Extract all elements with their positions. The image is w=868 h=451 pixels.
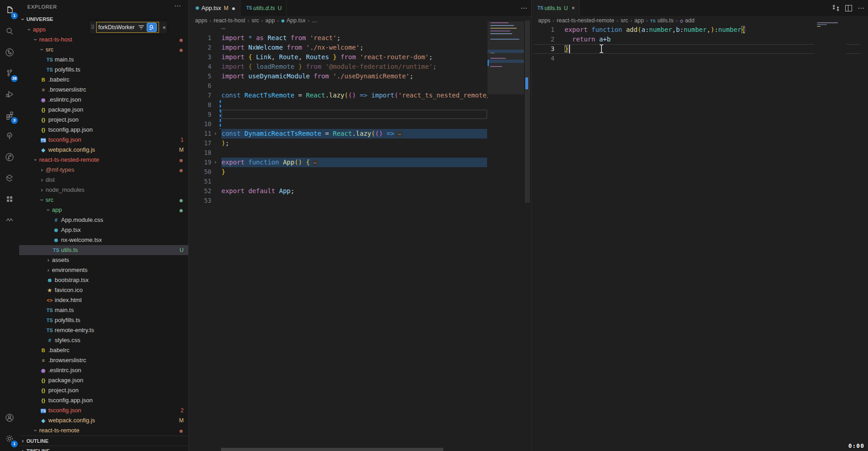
tree-item-react-ts-nested-remote[interactable]: ›react-ts-nested-remote	[19, 155, 188, 165]
tree-item-tsconfig-json[interactable]: TStsconfig.json2	[19, 405, 188, 415]
tree-item-tsconfig-app-json[interactable]: {}tsconfig.app.json	[19, 395, 188, 405]
minimap-right[interactable]	[814, 16, 846, 451]
chevron-right-icon[interactable]: ›	[45, 265, 52, 275]
code-line-10[interactable]: 10	[189, 119, 531, 129]
tree-item-main-ts[interactable]: TSmain.ts	[19, 305, 188, 315]
git-graph-icon[interactable]	[0, 42, 19, 63]
tree-item-utils-ts[interactable]: TSutils.tsU	[19, 245, 188, 255]
vertical-scrollbar-left[interactable]	[524, 16, 531, 451]
tree-item-package-json[interactable]: {}package.json	[19, 375, 188, 385]
tree-item-webpack-config-js[interactable]: ◈webpack.config.jsM	[19, 415, 188, 425]
tree-item--babelrc[interactable]: B.babelrc	[19, 75, 188, 85]
tree-filter-input[interactable]: forkDtsWorker	[96, 22, 159, 33]
code-line-6[interactable]: 6	[189, 81, 531, 91]
code-line-9[interactable]: 9	[189, 110, 531, 119]
code-line-2[interactable]: 2import NxWelcome from './nx-welcome';	[189, 43, 531, 52]
source-control-icon[interactable]: 38	[0, 63, 19, 84]
code-line-7[interactable]: 7const ReactTsRemote = React.lazy(() => …	[189, 91, 531, 100]
run-debug-icon[interactable]	[0, 84, 19, 105]
tree-item-app-tsx[interactable]: ⊛App.tsx	[19, 225, 188, 235]
tree-item-react-ts-host[interactable]: ›react-ts-host	[19, 35, 188, 45]
fold-chevron-icon[interactable]: ›	[214, 129, 217, 138]
search-icon[interactable]	[0, 21, 19, 42]
code-line-4[interactable]: 4import { loadRemote } from '@module-fed…	[189, 62, 531, 72]
tree-item--browserslistrc[interactable]: ≡.browserslistrc	[19, 355, 188, 365]
chevron-down-icon[interactable]: ›	[37, 196, 47, 204]
tree-item-tsconfig-app-json[interactable]: {}tsconfig.app.json	[19, 125, 188, 135]
tree-item-react-ts-remote[interactable]: ›react-ts-remote	[19, 425, 188, 436]
close-tab-icon[interactable]: ×	[572, 5, 575, 11]
code-line-52[interactable]: 52export default App;	[189, 186, 531, 196]
more-actions-icon[interactable]: ⋯	[520, 4, 527, 12]
minimap-left[interactable]	[488, 16, 524, 448]
code-line-3[interactable]: 3import { Link, Route, Routes } from 're…	[189, 52, 531, 62]
chevron-right-icon[interactable]: ›	[38, 165, 46, 175]
sidebar-more-actions[interactable]: ⋯	[174, 2, 181, 10]
code-line-18[interactable]: 18	[189, 148, 531, 158]
fold-chevron-icon[interactable]: ›	[214, 158, 217, 167]
chevron-down-icon[interactable]: ›	[37, 46, 47, 53]
vertical-scrollbar-right[interactable]	[861, 16, 868, 451]
tree-item-polyfills-ts[interactable]: TSpolyfills.ts	[19, 315, 188, 325]
code-line-19[interactable]: 19›export function App() {⋯	[189, 158, 531, 167]
horizontal-scrollbar-left[interactable]	[221, 448, 443, 451]
code-line-11[interactable]: 11›const DynamicReactTsRemote = React.la…	[189, 129, 531, 138]
tree-item-project-json[interactable]: {}project.json	[19, 115, 188, 125]
code-line-51[interactable]: 51	[189, 177, 531, 186]
tree-item--eslintrc-json[interactable]: ◉.eslintrc.json	[19, 365, 188, 375]
tree-item-dist[interactable]: ›dist	[19, 175, 188, 185]
tree-item--babelrc[interactable]: B.babelrc	[19, 345, 188, 355]
chevron-down-icon[interactable]: ›	[24, 26, 34, 33]
tree-item--eslintrc-json[interactable]: ◉.eslintrc.json	[19, 95, 188, 105]
editor-tab-utils-ts[interactable]: TSutils.tsU×	[532, 0, 580, 16]
timeline-section-header[interactable]: › TIMELINE	[19, 446, 188, 451]
chevron-right-icon[interactable]: ›	[38, 185, 46, 195]
more-actions-icon[interactable]: ⋯	[858, 4, 864, 12]
tree-item-app-module-css[interactable]: #App.module.css	[19, 215, 188, 225]
unsaved-dot-icon[interactable]: ●	[231, 6, 235, 10]
tree-item-polyfills-ts[interactable]: TSpolyfills.ts	[19, 65, 188, 75]
close-icon[interactable]: ×	[162, 24, 166, 31]
extension-logo-icon[interactable]	[0, 168, 19, 189]
fuzzy-search-toggle[interactable]	[147, 23, 157, 32]
tree-item-favicon-ico[interactable]: ★favicon.ico	[19, 285, 188, 295]
squiggle-icon[interactable]	[0, 210, 19, 231]
tree-item-package-json[interactable]: {}package.json	[19, 105, 188, 115]
code-line-8[interactable]: 8	[189, 100, 531, 110]
tree-item-webpack-config-js[interactable]: ◈webpack.config.jsM	[19, 145, 188, 155]
tree-item-node-modules[interactable]: ›node_modules	[19, 185, 188, 195]
tree-item-src[interactable]: ›src	[19, 45, 188, 55]
folded-ellipsis[interactable]: ⋯	[396, 131, 402, 137]
outline-section-header[interactable]: › OUTLINE	[19, 436, 188, 446]
tree-item-assets[interactable]: ›assets	[19, 255, 188, 265]
grid-icon[interactable]	[0, 189, 19, 210]
gripper-icon[interactable]: ⠿	[91, 24, 95, 31]
editor-tab-utils-d-ts[interactable]: TSutils.d.tsU	[241, 0, 287, 16]
code-line-1[interactable]: 1import * as React from 'react';	[189, 33, 531, 43]
tree-item-project-json[interactable]: {}project.json	[19, 385, 188, 395]
open-changes-icon[interactable]	[832, 4, 840, 12]
tree-item--mf-types[interactable]: ›@mf-types	[19, 165, 188, 175]
tree-item-nx-welcome-tsx[interactable]: ⊛nx-welcome.tsx	[19, 235, 188, 245]
code-line-17[interactable]: 17);	[189, 138, 531, 148]
extensions-icon[interactable]: 3	[0, 105, 19, 126]
testing-icon[interactable]	[0, 126, 19, 147]
tree-item--browserslistrc[interactable]: ≡.browserslistrc	[19, 85, 188, 95]
code-line-fold[interactable]: ⋯	[189, 24, 531, 33]
chevron-right-icon[interactable]: ›	[45, 255, 52, 265]
code-line-50[interactable]: 50}	[189, 167, 531, 177]
tree-item-index-html[interactable]: <>index.html	[19, 295, 188, 305]
folded-ellipsis[interactable]: ⋯	[312, 160, 318, 166]
tree-item-remote-entry-ts[interactable]: TSremote-entry.ts	[19, 325, 188, 335]
code-line-53[interactable]: 53	[189, 196, 531, 205]
tree-item-main-ts[interactable]: TSmain.ts	[19, 55, 188, 65]
code-editor-left[interactable]: ⋯1import * as React from 'react';2import…	[189, 16, 531, 451]
chevron-down-icon[interactable]: ›	[43, 206, 53, 214]
pull-request-icon[interactable]	[0, 147, 19, 168]
tree-item-environments[interactable]: ›environments	[19, 265, 188, 275]
code-line-5[interactable]: 5import useDynamicModule from './useDyna…	[189, 72, 531, 81]
chevron-down-icon[interactable]: ›	[31, 156, 41, 164]
chevron-down-icon[interactable]: ›	[31, 427, 41, 434]
settings-gear-icon[interactable]: 1	[0, 428, 19, 449]
chevron-right-icon[interactable]: ›	[38, 175, 46, 185]
